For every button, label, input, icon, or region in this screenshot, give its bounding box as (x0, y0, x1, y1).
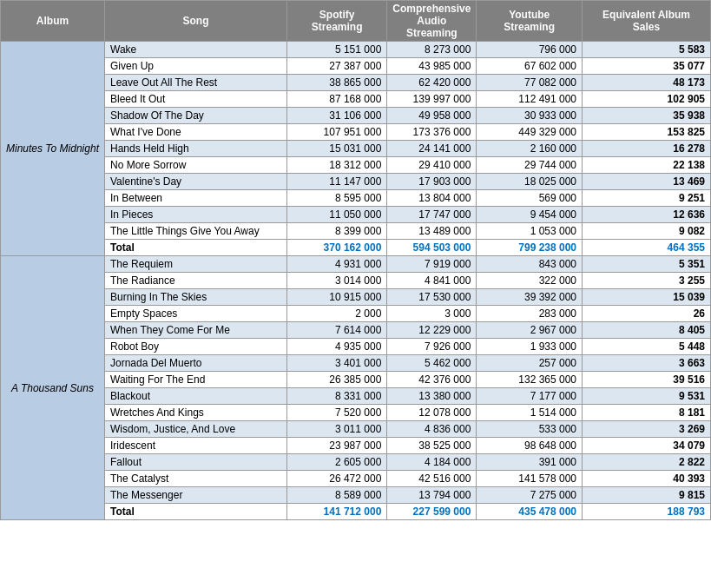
youtube-value: 1 933 000 (477, 339, 583, 355)
comprehensive-value: 13 489 000 (387, 223, 477, 240)
equivalent-value: 5 448 (583, 339, 711, 355)
equivalent-value: 9 251 (583, 190, 711, 207)
header-comprehensive: ComprehensiveAudioStreaming (387, 1, 477, 42)
youtube-value: 112 491 000 (477, 91, 583, 108)
song-name: Blackout (105, 388, 287, 405)
youtube-value: 322 000 (477, 273, 583, 289)
song-name: The Messenger (105, 487, 287, 504)
comprehensive-value: 3 000 (387, 306, 477, 322)
song-name: Burning In The Skies (105, 289, 287, 306)
song-name: In Between (105, 190, 287, 207)
comprehensive-value: 4 836 000 (387, 421, 477, 438)
spotify-value: 31 106 000 (287, 108, 387, 124)
comprehensive-value: 13 794 000 (387, 487, 477, 504)
comprehensive-value: 4 841 000 (387, 273, 477, 289)
song-name: No More Sorrow (105, 157, 287, 174)
total-youtube: 435 478 000 (477, 504, 583, 520)
comprehensive-value: 29 410 000 (387, 157, 477, 174)
total-label: Total (105, 504, 287, 520)
comprehensive-value: 17 903 000 (387, 174, 477, 190)
comprehensive-value: 42 516 000 (387, 471, 477, 487)
song-name: Empty Spaces (105, 306, 287, 322)
total-equivalent: 188 793 (583, 504, 711, 520)
youtube-value: 141 578 000 (477, 471, 583, 487)
song-name: Leave Out All The Rest (105, 75, 287, 91)
comprehensive-value: 38 525 000 (387, 438, 477, 454)
youtube-value: 132 365 000 (477, 372, 583, 388)
equivalent-value: 16 278 (583, 141, 711, 157)
equivalent-value: 3 255 (583, 273, 711, 289)
song-name: What I've Done (105, 124, 287, 141)
youtube-value: 7 177 000 (477, 388, 583, 405)
youtube-value: 2 967 000 (477, 322, 583, 339)
song-name: In Pieces (105, 207, 287, 223)
equivalent-value: 35 077 (583, 58, 711, 75)
spotify-value: 8 331 000 (287, 388, 387, 405)
spotify-value: 107 951 000 (287, 124, 387, 141)
spotify-value: 15 031 000 (287, 141, 387, 157)
equivalent-value: 3 269 (583, 421, 711, 438)
youtube-value: 1 053 000 (477, 223, 583, 240)
song-name: Wisdom, Justice, And Love (105, 421, 287, 438)
equivalent-value: 5 351 (583, 256, 711, 273)
album-cell-1: A Thousand Suns (1, 256, 105, 520)
spotify-value: 4 931 000 (287, 256, 387, 273)
spotify-value: 2 605 000 (287, 454, 387, 471)
comprehensive-value: 43 985 000 (387, 58, 477, 75)
equivalent-value: 5 583 (583, 42, 711, 58)
equivalent-value: 22 138 (583, 157, 711, 174)
song-name: Jornada Del Muerto (105, 355, 287, 372)
song-name: The Requiem (105, 256, 287, 273)
youtube-value: 391 000 (477, 454, 583, 471)
song-name: Robot Boy (105, 339, 287, 355)
comprehensive-value: 4 184 000 (387, 454, 477, 471)
youtube-value: 29 744 000 (477, 157, 583, 174)
comprehensive-value: 139 997 000 (387, 91, 477, 108)
youtube-value: 796 000 (477, 42, 583, 58)
equivalent-value: 8 181 (583, 405, 711, 421)
comprehensive-value: 7 926 000 (387, 339, 477, 355)
total-label: Total (105, 240, 287, 256)
total-equivalent: 464 355 (583, 240, 711, 256)
spotify-value: 38 865 000 (287, 75, 387, 91)
comprehensive-value: 13 380 000 (387, 388, 477, 405)
equivalent-value: 34 079 (583, 438, 711, 454)
youtube-value: 283 000 (477, 306, 583, 322)
youtube-value: 1 514 000 (477, 405, 583, 421)
equivalent-value: 102 905 (583, 91, 711, 108)
equivalent-value: 9 815 (583, 487, 711, 504)
header-equivalent: Equivalent Album Sales (583, 1, 711, 42)
equivalent-value: 3 663 (583, 355, 711, 372)
spotify-value: 8 399 000 (287, 223, 387, 240)
song-name: Shadow Of The Day (105, 108, 287, 124)
song-name: Wake (105, 42, 287, 58)
comprehensive-value: 12 078 000 (387, 405, 477, 421)
spotify-value: 23 987 000 (287, 438, 387, 454)
comprehensive-value: 8 273 000 (387, 42, 477, 58)
spotify-value: 2 000 (287, 306, 387, 322)
comprehensive-value: 13 804 000 (387, 190, 477, 207)
total-spotify: 370 162 000 (287, 240, 387, 256)
comprehensive-value: 17 747 000 (387, 207, 477, 223)
youtube-value: 257 000 (477, 355, 583, 372)
song-name: Hands Held High (105, 141, 287, 157)
song-name: Waiting For The End (105, 372, 287, 388)
spotify-value: 11 050 000 (287, 207, 387, 223)
spotify-value: 5 151 000 (287, 42, 387, 58)
equivalent-value: 13 469 (583, 174, 711, 190)
youtube-value: 569 000 (477, 190, 583, 207)
equivalent-value: 153 825 (583, 124, 711, 141)
spotify-value: 87 168 000 (287, 91, 387, 108)
song-name: Fallout (105, 454, 287, 471)
equivalent-value: 2 822 (583, 454, 711, 471)
spotify-value: 8 589 000 (287, 487, 387, 504)
album-cell-0: Minutes To Midnight (1, 42, 105, 256)
header-youtube: Youtube Streaming (477, 1, 583, 42)
youtube-value: 9 454 000 (477, 207, 583, 223)
spotify-value: 3 011 000 (287, 421, 387, 438)
spotify-value: 27 387 000 (287, 58, 387, 75)
comprehensive-value: 17 530 000 (387, 289, 477, 306)
song-name: Given Up (105, 58, 287, 75)
youtube-value: 843 000 (477, 256, 583, 273)
spotify-value: 26 472 000 (287, 471, 387, 487)
